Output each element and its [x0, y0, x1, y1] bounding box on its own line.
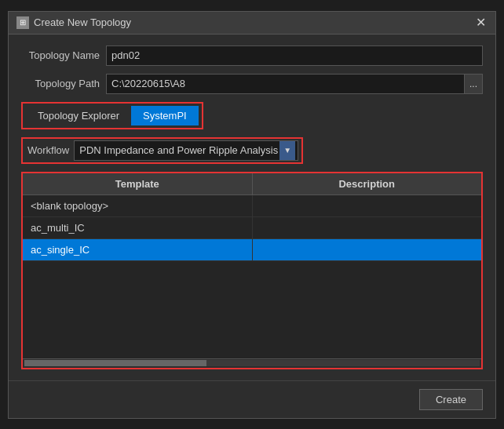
table-header: Template Description: [23, 173, 481, 195]
table-body: <blank topology> ac_multi_IC ac_single_I…: [23, 195, 481, 358]
tabs-container: Topology Explorer SystemPI: [21, 102, 483, 129]
browse-button[interactable]: ...: [465, 74, 483, 94]
topology-name-label: Topology Name: [21, 49, 100, 61]
row-description-cell: [253, 195, 482, 216]
workflow-select[interactable]: PDN Impedance and Power Ripple Analysis …: [74, 140, 298, 161]
path-input-group: ...: [106, 74, 483, 94]
table-row-selected[interactable]: ac_single_IC: [23, 239, 481, 261]
row-description-cell: [253, 217, 482, 238]
tabs-group: Topology Explorer SystemPI: [21, 102, 203, 129]
dialog-footer: Create: [9, 380, 495, 418]
title-bar: ⊞ Create New Topology ✕: [9, 12, 495, 35]
table-row[interactable]: <blank topology>: [23, 195, 481, 217]
dialog-title: Create New Topology: [34, 16, 131, 28]
column-template: Template: [23, 173, 253, 195]
scrollbar-thumb: [24, 360, 206, 366]
horizontal-scrollbar[interactable]: [23, 358, 481, 368]
dialog-content: Topology Name Topology Path ... Topology…: [9, 35, 495, 380]
title-bar-left: ⊞ Create New Topology: [16, 16, 131, 29]
workflow-container: Workflow PDN Impedance and Power Ripple …: [21, 137, 483, 164]
topology-name-input[interactable]: [106, 45, 483, 66]
scrollbar-track: [24, 360, 480, 366]
close-button[interactable]: ✕: [474, 16, 488, 29]
row-template-cell: <blank topology>: [23, 195, 253, 216]
create-button[interactable]: Create: [419, 389, 483, 410]
topology-name-row: Topology Name: [21, 45, 483, 66]
topology-path-row: Topology Path ...: [21, 74, 483, 94]
topology-path-input[interactable]: [106, 74, 465, 94]
workflow-label: Workflow: [26, 143, 74, 158]
tab-systempi[interactable]: SystemPI: [131, 106, 199, 125]
template-table: Template Description <blank topology> ac…: [21, 172, 483, 369]
workflow-select-wrap: PDN Impedance and Power Ripple Analysis …: [74, 140, 298, 161]
table-row[interactable]: ac_multi_IC: [23, 217, 481, 239]
row-template-cell: ac_multi_IC: [23, 217, 253, 238]
row-description-cell: [253, 239, 482, 260]
row-template-cell: ac_single_IC: [23, 239, 253, 260]
create-topology-dialog: ⊞ Create New Topology ✕ Topology Name To…: [8, 11, 496, 419]
workflow-group: Workflow PDN Impedance and Power Ripple …: [21, 137, 303, 164]
dialog-icon: ⊞: [16, 16, 29, 29]
column-description: Description: [253, 173, 482, 195]
tab-topology-explorer[interactable]: Topology Explorer: [26, 106, 131, 125]
topology-path-label: Topology Path: [21, 78, 100, 89]
